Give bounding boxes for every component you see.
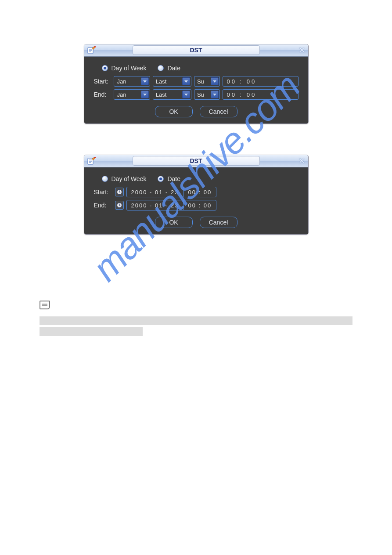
chevron-down-icon xyxy=(182,77,190,85)
start-day-dropdown[interactable]: Su xyxy=(194,76,220,87)
svg-point-1 xyxy=(94,46,95,47)
start-week-dropdown[interactable]: Last xyxy=(153,76,191,87)
start-month-dropdown[interactable]: Jan xyxy=(114,76,150,87)
edit-icon xyxy=(86,156,97,166)
end-month-dropdown[interactable]: Jan xyxy=(114,89,150,100)
end-label: End: xyxy=(94,91,111,98)
dropdown-value: Su xyxy=(197,78,204,85)
chevron-down-icon xyxy=(182,91,190,98)
close-icon: ✕ xyxy=(298,156,305,166)
cancel-button[interactable]: Cancel xyxy=(200,106,237,117)
dropdown-value: Last xyxy=(156,91,167,98)
start-row: Start: 2000 - 01 - 23 00 : 00 xyxy=(94,187,298,197)
dialog-buttons: OK Cancel xyxy=(94,106,298,117)
dropdown-value: Su xyxy=(197,91,204,98)
dialog-body: Day of Week Date Start: 2000 - 01 - 23 0… xyxy=(84,167,308,234)
start-row: Start: Jan Last Su 00 : 00 xyxy=(94,76,298,87)
chevron-down-icon xyxy=(211,91,219,98)
clock-icon xyxy=(116,202,122,208)
radio-date[interactable] xyxy=(158,176,164,182)
start-label: Start: xyxy=(94,189,112,196)
time-value: 00 : 00 xyxy=(227,78,256,85)
calendar-picker-button[interactable] xyxy=(115,201,124,210)
ok-button[interactable]: OK xyxy=(155,106,193,117)
mode-radio-row: Day of Week Date xyxy=(102,65,298,72)
radio-label-date: Date xyxy=(167,65,180,72)
time-value: 00 : 00 xyxy=(227,91,256,98)
radio-label-dayofweek: Day of Week xyxy=(111,175,147,182)
time-value: 00 : 00 xyxy=(183,187,216,197)
chevron-down-icon xyxy=(211,77,219,85)
radio-date[interactable] xyxy=(158,65,164,71)
radio-day-of-week[interactable] xyxy=(102,65,108,71)
end-time-input[interactable]: 00 : 00 xyxy=(223,89,298,100)
start-time-input[interactable]: 00 : 00 xyxy=(223,76,298,87)
dialog-titlebar: DST ✕ xyxy=(84,44,308,57)
dialog-title: DST xyxy=(133,156,260,166)
end-label: End: xyxy=(94,202,112,209)
dialog-titlebar: DST ✕ xyxy=(84,155,308,167)
clock-icon xyxy=(116,189,122,195)
end-row: End: Jan Last Su 00 : 00 xyxy=(94,89,298,100)
close-button[interactable]: ✕ xyxy=(297,44,307,56)
end-datetime-input[interactable]: 2000 - 01 - 23 00 : 00 xyxy=(126,200,217,210)
svg-point-3 xyxy=(94,157,95,158)
radio-day-of-week[interactable] xyxy=(102,176,108,182)
cancel-button[interactable]: Cancel xyxy=(200,217,237,228)
note-placeholder-line xyxy=(40,316,352,325)
radio-label-date: Date xyxy=(167,175,180,182)
note-placeholder-line xyxy=(40,327,143,336)
dialog-body: Day of Week Date Start: Jan Last Su xyxy=(84,57,308,123)
end-day-dropdown[interactable]: Su xyxy=(194,89,220,100)
book-icon xyxy=(40,301,50,309)
mode-radio-row: Day of Week Date xyxy=(102,175,298,182)
date-value: 2000 - 01 - 23 xyxy=(127,200,183,210)
close-button[interactable]: ✕ xyxy=(297,155,307,167)
edit-icon xyxy=(86,46,97,55)
calendar-picker-button[interactable] xyxy=(115,188,124,196)
start-label: Start: xyxy=(94,78,111,85)
close-icon: ✕ xyxy=(298,45,305,55)
time-value: 00 : 00 xyxy=(183,200,216,210)
start-datetime-input[interactable]: 2000 - 01 - 23 00 : 00 xyxy=(126,187,217,197)
dropdown-value: Jan xyxy=(117,78,126,85)
chevron-down-icon xyxy=(141,91,149,98)
date-value: 2000 - 01 - 23 xyxy=(127,187,183,197)
dialog-buttons: OK Cancel xyxy=(94,217,298,228)
dropdown-value: Last xyxy=(156,78,167,85)
dialog-title: DST xyxy=(133,45,260,55)
dropdown-value: Jan xyxy=(117,91,126,98)
ok-button[interactable]: OK xyxy=(155,217,193,228)
end-week-dropdown[interactable]: Last xyxy=(153,89,191,100)
dst-dialog-dayofweek: DST ✕ Day of Week Date Start: Jan Last xyxy=(84,44,309,124)
dst-dialog-date: DST ✕ Day of Week Date Start: xyxy=(84,155,309,235)
end-row: End: 2000 - 01 - 23 00 : 00 xyxy=(94,200,298,210)
radio-label-dayofweek: Day of Week xyxy=(111,65,147,72)
chevron-down-icon xyxy=(141,77,149,85)
